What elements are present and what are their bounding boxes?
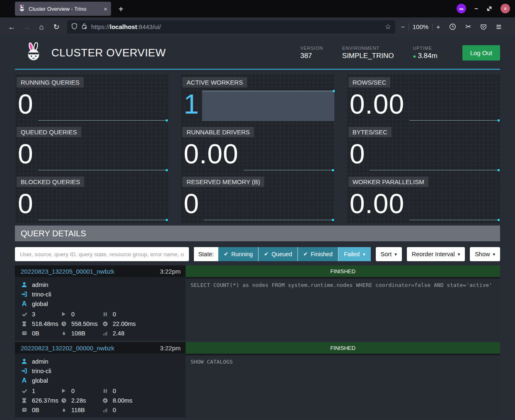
- logout-button[interactable]: Log Out: [462, 45, 500, 61]
- peak-memory-flame-icon: [60, 407, 67, 413]
- query-state-bar: FINISHED: [186, 342, 500, 354]
- stat-card-running-queries: RUNNING QUERIES 0: [15, 74, 168, 124]
- current-memory-icon: [21, 407, 28, 413]
- sparkline: [38, 120, 168, 121]
- uptime-block: UPTIME ●3.84m: [413, 46, 438, 60]
- stat-label: QUEUED QUERIES: [17, 127, 81, 137]
- uptime-label: UPTIME: [413, 46, 438, 51]
- pocket-shield-icon[interactable]: [480, 24, 487, 30]
- window-maximize-button[interactable]: [486, 6, 492, 12]
- stat-value: 0: [18, 140, 34, 168]
- state-queued-label: Queued: [271, 247, 292, 261]
- query-search-input[interactable]: [15, 247, 189, 261]
- menu-icon[interactable]: ≡: [496, 22, 501, 32]
- sparkline-dot: [498, 169, 500, 171]
- url-scheme: https://: [91, 23, 110, 30]
- zoom-level[interactable]: 100%: [413, 23, 428, 30]
- query-id-link[interactable]: 20220823_132205_00001_nwbzk: [21, 268, 114, 275]
- lock-warning-icon[interactable]: [81, 23, 87, 31]
- window-minimize-button[interactable]: –: [474, 5, 478, 12]
- stat-label: RUNNING QUERIES: [17, 77, 84, 87]
- running-splits-play-icon: [60, 311, 67, 317]
- forward-button[interactable]: →: [20, 20, 33, 34]
- state-filter-queued[interactable]: ✔Queued: [258, 247, 297, 261]
- resource-group-icon: A: [21, 300, 28, 308]
- history-clock-icon[interactable]: [449, 23, 456, 30]
- sparkline: [38, 220, 168, 220]
- blocked-time-value: 8.00ms: [113, 397, 133, 404]
- queued-splits-value: 0: [113, 388, 116, 394]
- source-sign-in-icon: [21, 291, 28, 297]
- state-finished-label: Finished: [311, 247, 333, 261]
- version-block: VERSION 387: [300, 46, 323, 60]
- new-tab-button[interactable]: +: [118, 5, 123, 13]
- stat-label: RESERVED MEMORY (B): [182, 177, 264, 187]
- check-icon: ✔: [224, 247, 228, 261]
- reload-button[interactable]: ↻: [50, 20, 63, 34]
- state-filter-failed-dropdown[interactable]: Failed▾: [338, 247, 371, 261]
- cpu-time-value: 558.50ms: [71, 320, 98, 327]
- sparkline: [204, 220, 334, 220]
- stat-card-blocked-queries: BLOCKED QUERIES 0: [15, 173, 168, 223]
- chevron-down-icon: ▾: [493, 247, 495, 261]
- parallelism-value: 2.48: [113, 330, 124, 337]
- query-row: 20220823_132202_00000_nwbzk 3:22pm FINIS…: [15, 342, 500, 418]
- blocked-time-gauge-icon: [102, 321, 109, 327]
- back-button[interactable]: ←: [5, 20, 18, 34]
- query-time: 3:22pm: [160, 345, 181, 352]
- chevron-down-icon: ▾: [363, 247, 365, 261]
- query-details-title: QUERY DETAILS: [15, 226, 500, 241]
- reorder-interval-dropdown[interactable]: Reorder Interval▾: [407, 247, 465, 261]
- running-splits-value: 0: [71, 311, 75, 318]
- show-dropdown[interactable]: Show▾: [470, 247, 500, 261]
- tab-close-icon[interactable]: ×: [104, 5, 107, 12]
- url-text[interactable]: https://localhost:8443/ui/: [91, 23, 381, 30]
- uptime-status-dot: ●: [413, 53, 416, 59]
- sparkline-dot: [166, 119, 168, 121]
- query-id-link[interactable]: 20220823_132202_00000_nwbzk: [21, 345, 114, 352]
- screenshot-icon[interactable]: ✂: [465, 22, 471, 31]
- tab-bar: Cluster Overview - Trino × + ∞ – ×: [0, 0, 515, 17]
- peak-memory-value: 108B: [71, 330, 85, 337]
- sparkline-dot: [166, 169, 168, 171]
- state-running-label: Running: [231, 247, 253, 261]
- sparkline: [409, 220, 499, 220]
- stat-value: 0: [184, 190, 199, 217]
- browser-tab[interactable]: Cluster Overview - Trino ×: [15, 2, 111, 16]
- parallelism-chart-icon: [102, 330, 109, 336]
- wall-time-value: 626.37ms: [32, 397, 58, 404]
- blocked-time-value: 22.00ms: [113, 320, 136, 327]
- sparkline: [409, 120, 499, 121]
- home-button[interactable]: ⌂: [35, 20, 48, 34]
- show-label: Show: [475, 247, 490, 261]
- stat-card-bytes-sec: BYTES/SEC 0: [347, 124, 500, 173]
- query-header: 20220823_132205_00001_nwbzk 3:22pm: [15, 265, 186, 277]
- sparkline-area: [202, 91, 334, 121]
- bookmark-star-icon[interactable]: ☆: [385, 22, 391, 31]
- stat-card-rows-sec: ROWS/SEC 0.00: [347, 74, 500, 124]
- state-filter-finished[interactable]: ✔Finished: [297, 247, 338, 261]
- stat-value: 1: [184, 90, 199, 118]
- queued-splits-pause-icon: [102, 388, 109, 393]
- divider: [432, 23, 433, 31]
- resource-group-icon: A: [21, 377, 28, 384]
- stat-label: BLOCKED QUERIES: [17, 177, 84, 187]
- queued-splits-value: 0: [113, 311, 116, 318]
- query-user: admin: [32, 282, 48, 288]
- tracking-shield-icon[interactable]: [71, 23, 77, 31]
- sparkline-dot: [498, 219, 500, 221]
- stat-value: 0.00: [184, 140, 238, 168]
- zoom-in-button[interactable]: +: [436, 23, 440, 30]
- query-info-panel: admin trino-cli Aglobal 3 0 0 518.48ms 5…: [15, 277, 186, 341]
- window-close-button[interactable]: ×: [500, 4, 510, 13]
- state-filter-running[interactable]: ✔Running: [218, 247, 258, 261]
- sparkline: [244, 170, 334, 170]
- url-bar[interactable]: https://localhost:8443/ui/ ☆: [67, 20, 395, 34]
- sort-dropdown[interactable]: Sort▾: [376, 247, 402, 261]
- stat-value: 0: [18, 190, 34, 217]
- sparkline-dot: [332, 219, 334, 221]
- uptime-value: 3.84m: [418, 52, 437, 60]
- zoom-out-button[interactable]: −: [401, 23, 405, 30]
- page-header: CLUSTER OVERVIEW VERSION 387 ENVIRONMENT…: [15, 42, 500, 70]
- query-sql-text: SELECT COUNT(*) as nodes FROM system.run…: [186, 277, 500, 341]
